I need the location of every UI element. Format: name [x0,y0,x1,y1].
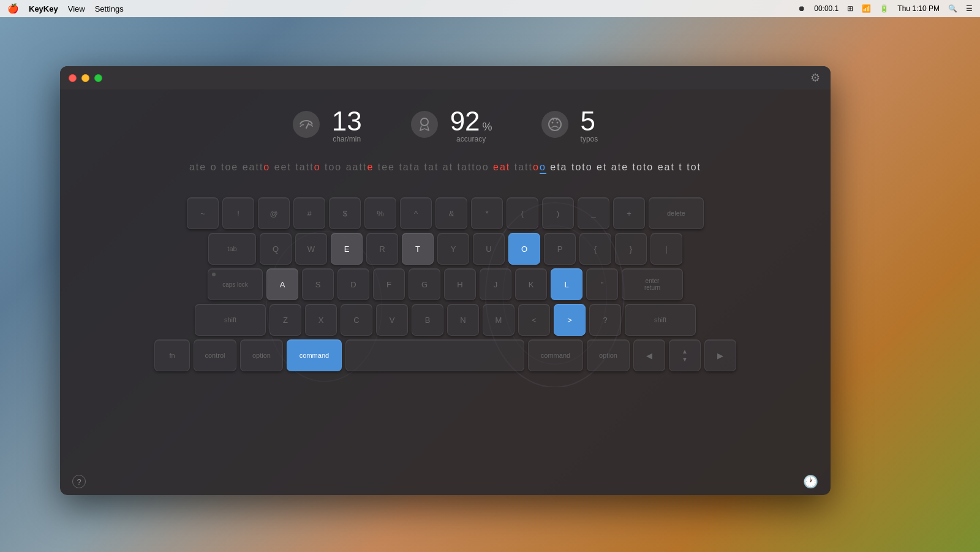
key-k[interactable]: K [515,268,547,300]
key-rparen[interactable]: ) [542,197,574,229]
typed-text: ate o toe eatt [189,162,263,172]
key-caret[interactable]: ^ [400,197,432,229]
key-o[interactable]: O [508,233,540,265]
view-menu[interactable]: View [68,4,85,13]
key-question[interactable]: ? [589,304,621,336]
key-s[interactable]: S [302,268,334,300]
svg-point-1 [549,118,561,130]
key-rbrace[interactable]: } [615,233,647,265]
timer-display: 00:00.1 [814,4,839,13]
key-a[interactable]: A [266,268,298,300]
text-display-area: ate o toe eatto eet tatto too aatte tee … [60,156,831,179]
key-exclaim[interactable]: ! [222,197,254,229]
close-button[interactable] [69,74,77,82]
key-command-left[interactable]: command [287,339,342,371]
key-c[interactable]: C [341,304,372,336]
key-gt[interactable]: > [554,304,586,336]
asdf-row: caps lock A S D F G H J K L " enter retu… [85,268,806,300]
key-l[interactable]: L [551,268,582,300]
key-at[interactable]: @ [258,197,290,229]
error-char-5: o [533,162,540,172]
bottom-bar: ? 🕐 [60,468,831,495]
key-arrow-left[interactable]: ◀ [633,339,665,371]
accuracy-value: 92 [450,108,480,135]
key-underscore[interactable]: _ [578,197,609,229]
key-control[interactable]: control [194,339,236,371]
key-delete[interactable]: delete [649,197,704,229]
menu-icon[interactable]: ☰ [966,4,973,13]
key-asterisk[interactable]: * [471,197,503,229]
key-v[interactable]: V [376,304,408,336]
history-clock-icon[interactable]: 🕐 [803,474,818,489]
key-b[interactable]: B [412,304,443,336]
key-plus[interactable]: + [613,197,645,229]
current-char: o [540,162,546,174]
menubar: 🍎 KeyKey View Settings ⏺ 00:00.1 ⊞ 📶 🔋 T… [0,0,980,17]
key-y[interactable]: Y [437,233,469,265]
key-w[interactable]: W [295,233,327,265]
key-tab[interactable]: tab [208,233,256,265]
help-button[interactable]: ? [72,475,86,488]
key-pipe[interactable]: | [650,233,682,265]
settings-button[interactable]: ⚙ [809,71,822,85]
key-shift-left[interactable]: shift [195,304,266,336]
key-arrow-updown[interactable]: ▲▼ [669,339,701,371]
key-fn[interactable]: fn [154,339,190,371]
key-x[interactable]: X [305,304,337,336]
key-option-right[interactable]: option [587,339,630,371]
key-space[interactable] [345,339,524,371]
key-u[interactable]: U [473,233,505,265]
key-f[interactable]: F [373,268,405,300]
typos-label: typos [581,135,598,143]
error-char-2: o [314,162,321,172]
key-z[interactable]: Z [270,304,301,336]
key-r[interactable]: R [366,233,398,265]
minimize-button[interactable] [81,74,89,82]
maximize-button[interactable] [94,74,102,82]
key-shift-right[interactable]: shift [625,304,696,336]
key-percent[interactable]: % [364,197,396,229]
key-option-left[interactable]: option [240,339,283,371]
svg-point-3 [556,122,558,124]
key-command-right[interactable]: command [528,339,583,371]
stats-area: 13 char/min 92 % accuracy [60,89,831,156]
key-enter[interactable]: enter return [622,268,683,300]
key-capslock[interactable]: caps lock [208,268,263,300]
key-hash[interactable]: # [293,197,325,229]
grid-icon: ⊞ [847,4,853,13]
key-p[interactable]: P [544,233,576,265]
key-g[interactable]: G [409,268,440,300]
key-h[interactable]: H [444,268,476,300]
accuracy-stat: 92 % accuracy [411,108,492,143]
apple-menu[interactable]: 🍎 [7,3,19,14]
key-ampersand[interactable]: & [435,197,467,229]
app-name-menu[interactable]: KeyKey [29,4,58,13]
typed-text-2: eet tatt [270,162,314,172]
search-icon[interactable]: 🔍 [948,4,957,13]
key-lt[interactable]: < [518,304,550,336]
typos-icon [541,111,568,138]
clock-display: Thu 1:10 PM [897,4,940,13]
key-lbrace[interactable]: { [579,233,611,265]
settings-menu[interactable]: Settings [95,4,124,13]
key-semicolon[interactable]: " [586,268,618,300]
key-j[interactable]: J [480,268,511,300]
key-lparen[interactable]: ( [507,197,538,229]
key-n[interactable]: N [447,304,479,336]
key-e[interactable]: E [331,233,363,265]
app-window: ⚙ 13 char/min [60,66,831,495]
error-char-4: eat [493,162,510,172]
key-arrow-right[interactable]: ▶ [704,339,736,371]
key-t[interactable]: T [402,233,434,265]
key-m[interactable]: M [483,304,514,336]
accuracy-icon [411,111,438,138]
typed-text-5: tatt [510,162,533,172]
zxcv-row: shift Z X C V B N M < > ? shift [85,304,806,336]
chars-per-min-stat: 13 char/min [293,108,362,143]
key-q[interactable]: Q [260,233,292,265]
speed-icon [293,111,320,138]
key-dollar[interactable]: $ [329,197,361,229]
error-char: o [263,162,270,172]
key-tilde[interactable]: ~ [187,197,219,229]
key-d[interactable]: D [337,268,369,300]
